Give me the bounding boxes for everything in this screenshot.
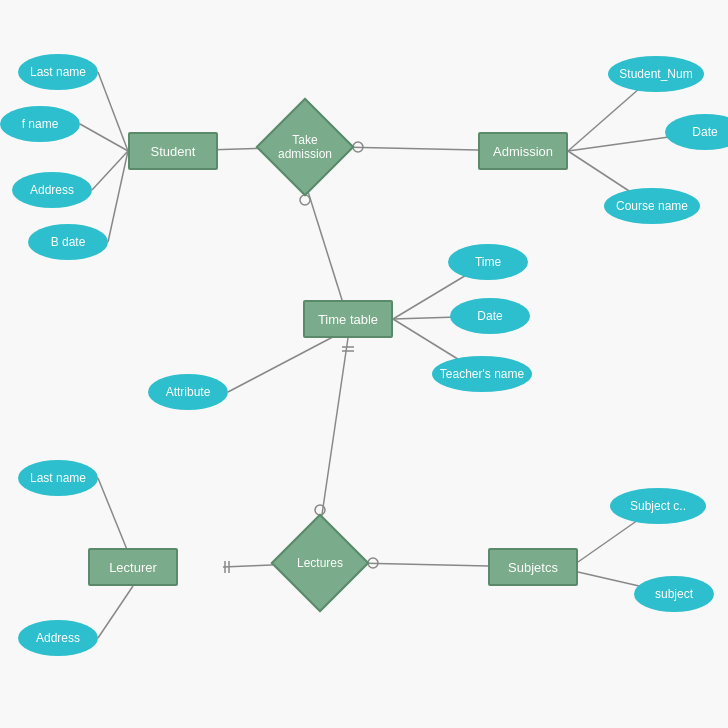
rel-take-admission[interactable]: Take admission [270,112,340,182]
attr-address-student[interactable]: Address [12,172,92,208]
attr-fname-student[interactable]: f name [0,106,80,142]
attr-last-name-student[interactable]: Last name [18,54,98,90]
attr-address-lec[interactable]: Address [18,620,98,656]
er-diagram: Student Admission Time table Lecturer Su… [0,0,728,728]
attr-subject-code[interactable]: Subject c.. [610,488,706,524]
attr-misc[interactable]: Attribute [148,374,228,410]
attr-date-tt[interactable]: Date [450,298,530,334]
entity-subjects[interactable]: Subjetcs [488,548,578,586]
entity-student[interactable]: Student [128,132,218,170]
attr-course-name[interactable]: Course name [604,188,700,224]
attr-teacher-name[interactable]: Teacher's name [432,356,532,392]
attr-student-num[interactable]: Student_Num [608,56,704,92]
rel-lectures[interactable]: Lectures [285,528,355,598]
entity-timetable[interactable]: Time table [303,300,393,338]
entity-lecturer[interactable]: Lecturer [88,548,178,586]
attr-subject-name[interactable]: subject [634,576,714,612]
attr-bdate-student[interactable]: B date [28,224,108,260]
attr-last-name-lec[interactable]: Last name [18,460,98,496]
attr-time-tt[interactable]: Time [448,244,528,280]
entity-admission[interactable]: Admission [478,132,568,170]
